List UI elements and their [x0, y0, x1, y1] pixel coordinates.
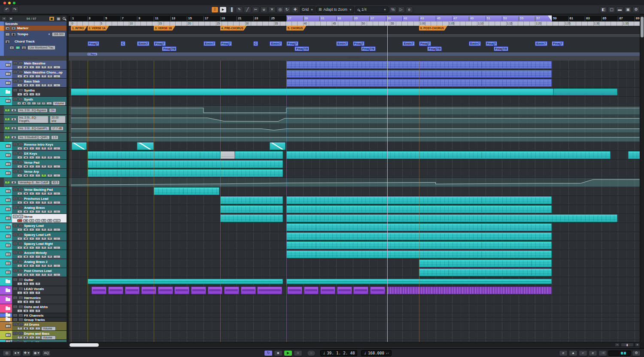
track-lane[interactable]: [69, 259, 640, 268]
write-automation-button[interactable]: W: [47, 201, 52, 204]
automation-parameter-label[interactable]: VerseArp-S...lter Cutoff: [18, 180, 50, 185]
audio-event[interactable]: [337, 287, 352, 294]
quantize-panel-button[interactable]: e: [406, 6, 413, 13]
write-automation-button[interactable]: W: [47, 237, 52, 240]
monitor-button[interactable]: ◀: [23, 201, 28, 204]
audio-event[interactable]: [257, 287, 282, 294]
read-automation-button[interactable]: R: [41, 192, 46, 195]
mute-button[interactable]: m: [13, 161, 18, 164]
output-routing-button[interactable]: ▭: [53, 156, 61, 159]
monitor-button[interactable]: ◀: [23, 147, 28, 150]
freeze-button[interactable]: ⊂: [32, 102, 36, 105]
minimize-window-button[interactable]: [8, 2, 11, 4]
mute-button[interactable]: m: [13, 61, 18, 65]
solo-button[interactable]: s: [18, 197, 23, 200]
output-routing-button[interactable]: ▭: [53, 237, 61, 240]
vertical-scroll-thumb[interactable]: [641, 17, 644, 37]
punch-sync-button-0[interactable]: ⊣: [598, 350, 607, 356]
mute-button[interactable]: m: [13, 98, 18, 101]
window-layout-button-1[interactable]: ▢: [608, 6, 615, 13]
edit-channel-button[interactable]: e: [29, 201, 34, 204]
read-automation-button[interactable]: R: [41, 174, 46, 177]
midi-event[interactable]: [286, 151, 611, 159]
play-button[interactable]: ▶: [284, 350, 292, 356]
automation-lane[interactable]: [69, 106, 640, 115]
write-automation-button[interactable]: W: [47, 156, 52, 159]
stop-button[interactable]: ■: [274, 350, 283, 356]
mute-button[interactable]: m: [13, 170, 18, 173]
audio-event[interactable]: [241, 287, 256, 294]
monitor-button[interactable]: ◀: [23, 300, 28, 303]
solo-button[interactable]: s: [18, 88, 23, 92]
add-track-button[interactable]: +: [1, 16, 7, 21]
write-automation-button[interactable]: W: [47, 66, 52, 69]
track-lane[interactable]: [69, 79, 640, 88]
scale-lane[interactable]: C Major: [69, 52, 640, 56]
solo-button[interactable]: s: [18, 61, 23, 65]
edit-channel-button[interactable]: e: [29, 228, 34, 231]
lane-menu-button[interactable]: ▣: [11, 181, 16, 184]
transport-setup-button[interactable]: ⚙: [632, 350, 641, 356]
record-arm-button[interactable]: ●: [17, 291, 22, 294]
freeze-button[interactable]: ⊂: [35, 201, 40, 204]
track-lane[interactable]: [69, 331, 640, 340]
quantize-apply-button[interactable]: ▷: [398, 6, 405, 13]
track-row[interactable]: 32msReverse Intro Keys●◀e⊂RW▭: [0, 142, 67, 151]
track-lane[interactable]: [69, 70, 640, 79]
chord-event[interactable]: Fmaj7: [286, 41, 298, 46]
track-row[interactable]: 76msDrums and BassR▣e⊂Volume: [0, 331, 67, 340]
audio-event[interactable]: [174, 287, 189, 294]
audio-event[interactable]: [370, 287, 385, 294]
output-routing-button[interactable]: ▭: [53, 210, 61, 213]
read-automation-button[interactable]: R: [41, 264, 46, 267]
chord-monitored-track-button[interactable]: Use Monitored Trac: [27, 46, 55, 50]
automation-parameter-label[interactable]: Ins.:3:St...EQ-Freq#FL: [18, 116, 49, 123]
chord-event[interactable]: Emin7: [270, 41, 282, 46]
marker-flag[interactable]: 4. PRE-CHORUS: [220, 26, 247, 31]
seconds-ruler[interactable]: 05101520253035404550551:001:051:101:151:…: [69, 21, 640, 26]
read-automation-button[interactable]: R: [5, 181, 10, 184]
record-arm-button[interactable]: ●: [17, 309, 22, 312]
write-automation-button[interactable]: W: [47, 246, 52, 249]
output-routing-button[interactable]: ▭: [53, 192, 61, 195]
window-layout-button-2[interactable]: ▬: [616, 6, 623, 13]
edit-channel-button[interactable]: e: [29, 156, 34, 159]
output-routing-button[interactable]: ▭: [53, 228, 61, 231]
track-row[interactable]: R▣Ins.:3:St...EQ-Gain#FL17.7 dB: [0, 124, 67, 133]
audio-event[interactable]: [287, 287, 302, 294]
write-automation-button[interactable]: W: [47, 147, 52, 150]
write-automation-button[interactable]: W: [47, 219, 52, 222]
record-arm-button[interactable]: ●: [17, 210, 22, 213]
record-arm-button[interactable]: ●: [17, 102, 21, 105]
edit-channel-button[interactable]: e: [29, 255, 34, 258]
freeze-button[interactable]: ⊂: [35, 237, 40, 240]
automation-curve[interactable]: [69, 178, 640, 187]
range-selection-tool-icon[interactable]: ▐: [228, 6, 235, 13]
close-window-button[interactable]: [3, 2, 6, 4]
track-row[interactable]: 34msVerse Pad●◀e⊂RW▭: [0, 160, 67, 169]
edit-channel-button[interactable]: e: [29, 75, 34, 78]
track-lane[interactable]: [69, 250, 640, 259]
track-row[interactable]: R▣Ins.:3:St...EQ-Freq#FL20.00 kHz: [0, 115, 67, 124]
marker-flag[interactable]: 2. VERSE 1A: [88, 26, 109, 31]
click-pattern-button[interactable]: ◉ ▾: [32, 350, 41, 356]
audio-event[interactable]: [91, 287, 106, 294]
solo-button[interactable]: s: [18, 278, 23, 281]
track-lane[interactable]: [69, 268, 640, 277]
zoom-tool-icon[interactable]: ◎: [276, 6, 284, 13]
monitor-button[interactable]: ◀: [23, 309, 28, 312]
track-visibility-button[interactable]: ▾: [8, 16, 14, 21]
track-row[interactable]: msGuitar●◀▭⊞: [0, 277, 67, 286]
track-row[interactable]: 75msAll DrumsR▣e⊂Volume: [0, 322, 67, 331]
mute-button[interactable]: m: [13, 79, 18, 83]
record-arm-button[interactable]: ●: [17, 75, 22, 78]
audio-event[interactable]: [320, 287, 335, 294]
freeze-button[interactable]: ⊂: [35, 84, 40, 87]
midi-event[interactable]: [220, 205, 283, 213]
read-automation-button[interactable]: R: [5, 118, 10, 121]
record-arm-button[interactable]: ●: [17, 156, 22, 159]
chord-event[interactable]: Emin7: [469, 41, 481, 46]
record-arm-button[interactable]: ●: [17, 237, 22, 240]
write-automation-button[interactable]: ▣: [23, 327, 28, 330]
group-editing-button[interactable]: ⊞: [35, 282, 40, 285]
